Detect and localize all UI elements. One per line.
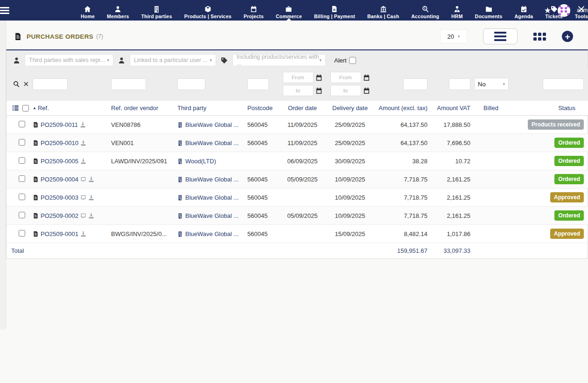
delivery-date-cell: 10/09/2025 [326,188,374,207]
nav-item-billing-payment[interactable]: Billing | Payment [308,6,361,19]
download-icon[interactable] [80,140,86,146]
po-ref-link[interactable]: PO2509-0010 [41,139,78,146]
download-icon[interactable] [88,176,94,182]
home-icon [84,6,91,13]
col-header-order-date[interactable]: Order date [279,101,326,116]
third-party-link[interactable]: BlueWave Global ... [185,212,238,219]
row-checkbox[interactable] [19,121,25,127]
nav-item-hrm[interactable]: HRM [445,6,469,19]
status-badge: Ordered [554,138,584,148]
table-row: PO2509-0011 VEN08786 BlueWave Global ...… [7,116,588,134]
col-header-delivery-date[interactable]: Delivery date [326,101,374,116]
order-date-cell [279,188,326,207]
nav-item-home[interactable]: Home [75,6,101,19]
row-checkbox[interactable] [19,175,25,182]
row-checkbox[interactable] [19,194,25,200]
amount-cell: 7,718.75 [374,207,429,225]
nav-item-members[interactable]: Members [101,6,135,19]
order-date-cell: 05/09/2025 [279,170,326,188]
po-ref-link[interactable]: PO2509-0005 [41,158,78,165]
calendar-icon[interactable] [315,74,322,81]
bookmark-star-icon[interactable]: ★ [544,6,551,15]
third-party-sales-rep-select[interactable]: Third parties with sales repr...▾ [25,54,113,66]
download-icon[interactable] [88,213,94,219]
col-header-vendor-ref[interactable]: Ref. order vendor [109,101,175,116]
nav-item-commerce[interactable]: Commerce [270,6,308,19]
status-filter-input[interactable] [543,78,584,90]
col-header-amount[interactable]: Amount (excl. tax) [374,101,429,116]
third-party-link[interactable]: BlueWave Global ... [185,176,238,183]
calendar-icon[interactable] [315,87,322,94]
col-header-status[interactable]: Status [510,101,588,116]
calendar-icon[interactable] [363,87,370,94]
col-header-billed[interactable]: Billed [472,101,510,116]
calendar-icon[interactable] [363,74,370,81]
nav-item-third-parties[interactable]: Third parties [135,6,178,19]
download-icon[interactable] [80,231,86,237]
ref-filter-input[interactable] [33,78,68,90]
row-checkbox[interactable] [19,139,25,146]
vat-filter-input[interactable] [449,78,470,90]
list-view-button[interactable] [483,28,518,44]
download-icon[interactable] [88,195,94,201]
company-icon [177,140,183,146]
third-parties-icon [153,6,160,13]
po-ref-link[interactable]: PO2509-0011 [41,121,78,128]
row-checkbox[interactable] [19,157,25,164]
purchase-order-doc-icon [33,140,39,146]
linked-user-select[interactable]: Linked to a particular user ...▾ [130,54,216,66]
billed-filter-select[interactable]: No▾ [474,78,509,90]
grid-view-icon[interactable] [533,33,546,41]
nav-item-products-services[interactable]: Products | Services [178,6,238,19]
page-size-select[interactable]: 20▾ [440,29,467,43]
third-party-link[interactable]: BlueWave Global ... [185,121,238,128]
vendor-ref-filter-input[interactable] [111,78,146,90]
download-icon[interactable] [80,122,86,128]
third-party-filter-input[interactable] [177,78,205,90]
clear-filters-icon[interactable] [23,81,29,87]
third-party-link[interactable]: Wood(LTD) [185,158,216,165]
nav-item-accounting[interactable]: Accounting [405,6,445,19]
total-label: Total [7,243,109,259]
select-columns-icon[interactable] [12,104,19,111]
amount-filter-input[interactable] [403,78,427,90]
col-header-ref[interactable]: ▲Ref. [31,101,109,116]
delivery-date-from-input[interactable] [330,72,361,83]
po-ref-link[interactable]: PO2509-0001 [41,230,78,237]
nav-item-agenda[interactable]: Agenda [509,6,539,19]
col-header-postcode[interactable]: Postcode [245,101,279,116]
nav-item-projects[interactable]: Projects [238,6,270,19]
nav-item-banks-cash[interactable]: Banks | Cash [361,6,405,19]
new-purchase-order-button[interactable]: + [562,31,573,42]
row-checkbox[interactable] [19,212,25,218]
commerce-icon [285,6,292,13]
postcode-filter-input[interactable] [247,78,269,90]
delivery-date-to-input[interactable] [330,85,361,96]
third-party-link[interactable]: BlueWave Global ... [185,139,238,146]
po-ref-link[interactable]: PO2509-0004 [41,176,78,183]
order-date-from-input[interactable] [283,72,314,83]
postcode-cell: 560045 [245,134,279,152]
third-party-link[interactable]: BlueWave Global ... [185,194,238,201]
collapsed-sidebar-strip[interactable] [0,21,6,330]
hamburger-menu-icon[interactable] [0,7,9,14]
search-icon[interactable] [13,81,20,88]
alert-label: Alert [334,57,347,64]
select-all-checkbox[interactable] [22,105,29,111]
alert-checkbox[interactable] [349,57,356,64]
po-ref-link[interactable]: PO2509-0002 [41,212,78,219]
col-header-third-party[interactable]: Third party [175,101,245,116]
delivery-date-cell: 10/09/2025 [326,207,374,225]
chevron-down-icon: ▾ [210,58,212,63]
col-header-vat[interactable]: Amount VAT [429,101,472,116]
vat-cell: 1,017.86 [429,225,472,243]
nav-item-documents[interactable]: Documents [469,6,509,19]
user-avatar[interactable] [558,4,570,17]
download-icon[interactable] [80,158,86,164]
order-date-to-input[interactable] [283,85,314,96]
row-checkbox[interactable] [19,230,25,237]
third-party-link[interactable]: BlueWave Global ... [185,230,238,237]
products-services-select[interactable]: Including products/services with ...▾ [232,54,326,66]
po-ref-link[interactable]: PO2509-0003 [41,194,78,201]
vat-cell: 7,696.50 [429,134,472,152]
